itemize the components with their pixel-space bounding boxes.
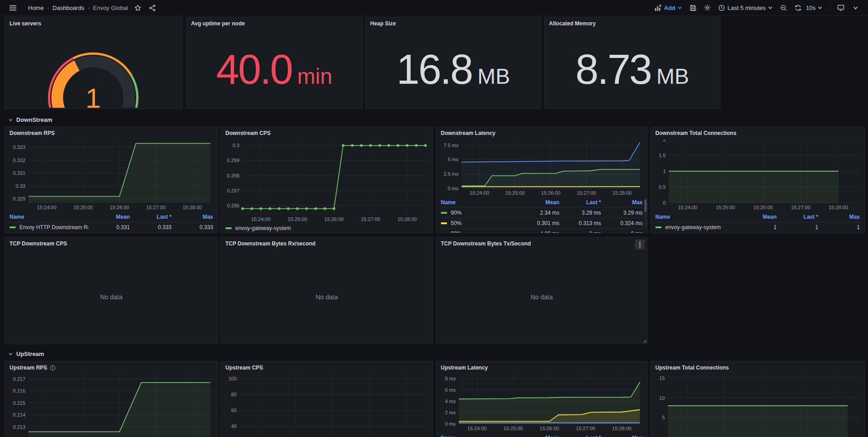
legend-value: 0.333 (172, 224, 213, 231)
favorite-star-icon[interactable] (132, 2, 144, 14)
legend-swatch (441, 222, 447, 224)
panel-title[interactable]: Avg uptime per node (186, 17, 362, 30)
stat-value: 8.73 MB (575, 48, 689, 90)
legend-series-name[interactable]: 90% (441, 210, 518, 216)
legend-series-name[interactable]: envoy-gateway-system (225, 225, 291, 231)
downstream-cps-chart[interactable]: 15:24:0015:25:0015:26:0015:27:0015:28:00… (224, 139, 430, 224)
downstream-total-connections-chart[interactable]: 15:24:0015:25:0015:26:0015:27:0015:28:00… (653, 139, 862, 212)
panel-title[interactable]: Upstream CPS (221, 361, 433, 374)
downstream-rps-chart[interactable]: 15:24:0015:25:0015:26:0015:27:0015:28:00… (8, 139, 215, 212)
svg-text:15:25:00: 15:25:00 (504, 426, 523, 431)
panel-title[interactable]: Downstream Total Connections (651, 127, 864, 139)
add-button[interactable]: Add (652, 2, 685, 14)
svg-text:15:28:00: 15:28:00 (829, 205, 848, 210)
section-label: DownStream (16, 116, 52, 123)
svg-text:15:25:00: 15:25:00 (288, 216, 307, 222)
section-upstream[interactable]: UpStream (6, 349, 44, 359)
refresh-icon[interactable] (792, 2, 804, 14)
svg-text:15:26:00: 15:26:00 (110, 205, 129, 210)
legend-scrollbar[interactable] (644, 198, 647, 227)
legend-scrollbar-thumb[interactable] (644, 199, 647, 212)
panel-title[interactable]: Downstream RPS (5, 127, 218, 139)
legend-row: 99%4.89 ms8 ms8 ms (441, 228, 643, 233)
legend-value: 4.89 ms (518, 231, 559, 233)
chevron-down-icon (8, 117, 13, 122)
downstream-cps-legend: envoy-gateway-system (221, 224, 433, 231)
panel-tcp-downstream-bytes-rx: TCP Downstream Bytes Rx/second No data (220, 237, 433, 344)
legend-header-col[interactable]: Max (601, 199, 643, 206)
svg-text:5: 5 (662, 415, 665, 420)
add-panel-icon (654, 4, 662, 11)
legend-row: 50%0.301 ms0.313 ms0.324 ms (441, 218, 643, 228)
legend-series-name[interactable]: Envoy HTTP Downstream Rq total (10, 224, 88, 231)
svg-text:4 ms: 4 ms (445, 399, 456, 404)
chevron-down-icon[interactable] (849, 2, 862, 14)
legend-value: 2.34 ms (518, 210, 559, 216)
legend-header: NameMeanLast *Max (441, 197, 643, 207)
time-range-picker[interactable]: Last 5 minutes (715, 2, 775, 14)
refresh-interval-picker[interactable]: 10s (806, 2, 825, 14)
legend-header-col[interactable]: Last * (559, 435, 601, 437)
legend-header-col[interactable]: Name (655, 214, 735, 220)
legend-value: 3.29 ms (559, 210, 601, 216)
legend-header-col[interactable]: Name (10, 214, 88, 220)
menu-toggle-icon[interactable] (6, 2, 19, 14)
panel-title[interactable]: Upstream RPS (5, 361, 218, 374)
panel-title[interactable]: Downstream CPS (221, 127, 433, 139)
legend-header-col[interactable]: Max (172, 214, 213, 220)
svg-text:0.215: 0.215 (13, 400, 25, 406)
upstream-rps-chart[interactable]: 15:24:0015:25:0015:26:0015:27:0015:28:00… (8, 374, 215, 437)
legend-header-col[interactable]: Mean (735, 214, 777, 220)
legend-header-col[interactable]: Mean (518, 435, 559, 437)
panel-title[interactable]: Allocated Memory (544, 17, 720, 30)
panel-title[interactable]: TCP Downstream Bytes Tx/Second (436, 237, 647, 250)
panel-allocated-memory: Allocated Memory 8.73 MB (544, 17, 720, 109)
svg-text:2 ms: 2 ms (445, 410, 456, 415)
legend-header-col[interactable]: Max (601, 435, 643, 437)
svg-text:15:27:00: 15:27:00 (791, 205, 811, 210)
legend-header-col[interactable]: Mean (88, 214, 130, 220)
settings-gear-icon[interactable] (701, 2, 714, 14)
legend-header-col[interactable]: Last * (130, 214, 172, 220)
kiosk-monitor-icon[interactable] (835, 2, 847, 14)
legend-header-col[interactable]: Mean (518, 199, 559, 206)
share-icon[interactable] (146, 2, 159, 14)
panel-menu-kebab-icon[interactable] (635, 240, 645, 250)
svg-text:15:24:00: 15:24:00 (37, 205, 57, 210)
breadcrumb-dashboards[interactable]: Dashboards (51, 5, 86, 11)
legend-header-col[interactable]: Name (441, 199, 518, 206)
section-downstream[interactable]: DownStream (6, 115, 52, 125)
svg-text:15:25:00: 15:25:00 (73, 205, 93, 210)
breadcrumb-dashboard-title: Envoy Global (91, 5, 129, 11)
upstream-latency-chart[interactable]: 15:24:0015:25:0015:26:0015:27:0015:28:00… (439, 374, 644, 433)
legend-series-name[interactable]: envoy-gateway-system (655, 224, 735, 231)
no-data-message: No data (5, 250, 218, 344)
svg-text:0.33: 0.33 (16, 183, 25, 189)
legend-series-name[interactable]: 99% (441, 231, 518, 233)
panel-title[interactable]: Heap Size (366, 17, 541, 30)
panel-title[interactable]: Live servers (5, 17, 182, 30)
panel-title[interactable]: Upstream Total Connections (651, 361, 864, 374)
upstream-total-connections-chart[interactable]: 15:24:0015:25:0015:26:0015:27:0015:28:00… (653, 374, 862, 437)
panel-resize-handle[interactable] (643, 339, 646, 343)
save-dashboard-icon[interactable] (687, 2, 699, 14)
panel-title[interactable]: TCP Downstream CPS (5, 237, 218, 250)
legend-header-col[interactable]: Last * (777, 214, 818, 220)
legend-header-col[interactable]: Name (441, 435, 518, 437)
panel-title[interactable]: Downstream Latency (436, 127, 647, 139)
legend-row: Envoy HTTP Downstream Rq total0.3310.333… (10, 222, 213, 232)
upstream-cps-chart[interactable]: 15:24:0015:25:0015:26:0015:27:0015:28:00… (224, 374, 430, 437)
panel-title[interactable]: Upstream Latency (436, 361, 647, 374)
breadcrumb-home[interactable]: Home (26, 5, 46, 11)
svg-text:0.332: 0.332 (13, 158, 25, 163)
legend-header-col[interactable]: Max (818, 214, 860, 220)
panel-upstream-cps: Upstream CPS 15:24:0015:25:0015:26:0015:… (220, 361, 433, 437)
svg-text:0 ms: 0 ms (445, 421, 456, 427)
legend-header-col[interactable]: Last * (559, 199, 601, 206)
legend-value: 1 (818, 224, 860, 231)
downstream-latency-chart[interactable]: 15:24:0015:25:0015:26:0015:27:0015:28:00… (439, 139, 644, 197)
panel-title[interactable]: TCP Downstream Bytes Rx/second (221, 237, 433, 250)
legend-series-name[interactable]: 50% (441, 220, 518, 226)
downstream-rps-legend: NameMeanLast *MaxEnvoy HTTP Downstream R… (5, 212, 218, 232)
zoom-out-icon[interactable] (777, 2, 790, 14)
